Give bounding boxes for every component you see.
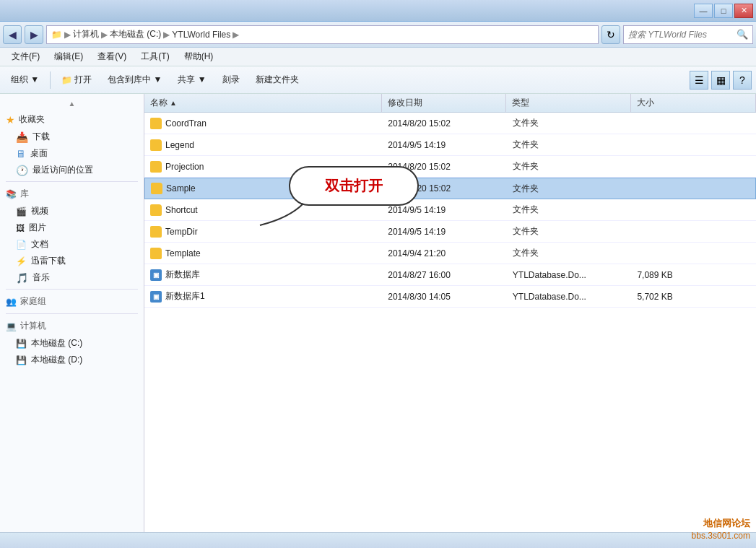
file-name-cell: Shortcut xyxy=(144,204,382,216)
window-controls: — □ ✕ xyxy=(694,4,753,18)
view-change-button[interactable]: ☰ xyxy=(690,71,708,90)
open-button[interactable]: 📁 打开 xyxy=(55,71,98,89)
sidebar-item-pictures[interactable]: 🖼 图片 xyxy=(0,219,144,236)
file-type-cell: 文件夹 xyxy=(507,204,632,216)
table-row[interactable]: Projection 2014/8/20 15:02 文件夹 xyxy=(144,156,756,178)
library-label: 库 xyxy=(20,188,29,200)
table-row[interactable]: TempDir 2014/9/5 14:19 文件夹 xyxy=(144,221,756,243)
sidebar-divider-1 xyxy=(6,181,138,182)
help-button[interactable]: ? xyxy=(733,71,752,90)
file-name-cell: CoordTran xyxy=(144,118,382,129)
file-date: 2014/8/20 15:02 xyxy=(388,183,451,193)
minimize-button[interactable]: — xyxy=(694,4,713,18)
table-row[interactable]: Template 2014/9/4 21:20 文件夹 xyxy=(144,243,756,264)
sidebar-item-music-label: 音乐 xyxy=(32,271,50,284)
view-toggle-button[interactable]: ▦ xyxy=(711,71,730,90)
favorites-header[interactable]: ★ 收藏夹 xyxy=(0,110,144,129)
file-date-cell: 2014/9/5 14:19 xyxy=(382,205,507,215)
file-date-cell: 2014/9/5 14:19 xyxy=(382,140,507,150)
toolbar-separator-1 xyxy=(50,71,51,89)
folder-icon xyxy=(150,204,162,216)
sidebar-item-desktop[interactable]: 🖥 桌面 xyxy=(0,145,144,162)
file-type-cell: 文件夹 xyxy=(507,225,632,238)
search-input[interactable] xyxy=(628,30,737,40)
file-type-cell: 文件夹 xyxy=(507,183,631,195)
file-size-cell: 5,702 KB xyxy=(631,292,756,302)
column-header-date[interactable]: 修改日期 xyxy=(382,94,507,112)
star-icon: ★ xyxy=(6,114,15,126)
file-list: 名称 ▲ 修改日期 类型 大小 CoordTran 2014/8/20 15:0… xyxy=(144,94,756,548)
menu-view[interactable]: 查看(V) xyxy=(92,49,132,64)
new-folder-button[interactable]: 新建文件夹 xyxy=(249,71,305,89)
file-type: 文件夹 xyxy=(513,160,539,173)
menu-tools[interactable]: 工具(T) xyxy=(135,49,175,64)
menu-file[interactable]: 文件(F) xyxy=(6,49,45,64)
file-type: 文件夹 xyxy=(513,204,539,216)
file-type-cell: YTLDatabase.Do... xyxy=(507,270,632,280)
forward-button[interactable]: ▶ xyxy=(25,25,43,44)
table-row[interactable]: Sample 2014/8/20 15:02 文件夹 xyxy=(144,178,756,199)
file-size: 5,702 KB xyxy=(637,292,672,302)
file-date-cell: 2014/8/20 15:02 xyxy=(382,183,506,193)
new-folder-label: 新建文件夹 xyxy=(256,74,299,86)
sidebar-item-recent[interactable]: 🕐 最近访问的位置 xyxy=(0,162,144,178)
computer-label: 计算机 xyxy=(20,320,46,332)
search-bar[interactable]: 🔍 xyxy=(623,25,753,44)
file-rows-container: CoordTran 2014/8/20 15:02 文件夹 Legend 201… xyxy=(144,113,756,308)
column-header-name[interactable]: 名称 ▲ xyxy=(144,94,382,112)
include-button[interactable]: 包含到库中 ▼ xyxy=(101,71,168,89)
breadcrumb-computer[interactable]: 计算机 xyxy=(73,28,99,40)
library-header[interactable]: 📚 库 xyxy=(0,185,144,203)
file-name-cell: Template xyxy=(144,248,382,259)
burn-button[interactable]: 刻录 xyxy=(216,71,246,89)
sidebar-item-pictures-label: 图片 xyxy=(29,222,46,234)
sidebar-item-docs[interactable]: 📄 文档 xyxy=(0,236,144,253)
share-button[interactable]: 共享 ▼ xyxy=(171,71,212,89)
homegroup-header[interactable]: 👥 家庭组 xyxy=(0,292,144,310)
sidebar-item-recent-label: 最近访问的位置 xyxy=(32,164,93,176)
sidebar-item-thunder[interactable]: ⚡ 迅雷下载 xyxy=(0,253,144,269)
folder-icon xyxy=(151,183,162,194)
sidebar-item-disk-d-label: 本地磁盘 (D:) xyxy=(31,354,82,366)
maximize-button[interactable]: □ xyxy=(714,4,733,18)
table-row[interactable]: Legend 2014/9/5 14:19 文件夹 xyxy=(144,134,756,156)
organize-button[interactable]: 组织 ▼ xyxy=(4,71,45,89)
computer-section: 💻 计算机 💾 本地磁盘 (C:) 💾 本地磁盘 (D:) xyxy=(0,317,144,368)
close-button[interactable]: ✕ xyxy=(734,4,753,18)
back-button[interactable]: ◀ xyxy=(3,25,22,44)
library-icon: 📚 xyxy=(6,189,17,199)
menu-help[interactable]: 帮助(H) xyxy=(178,49,220,64)
file-list-header: 名称 ▲ 修改日期 类型 大小 xyxy=(144,94,756,113)
burn-label: 刻录 xyxy=(222,74,240,86)
table-row[interactable]: CoordTran 2014/8/20 15:02 文件夹 xyxy=(144,113,756,134)
breadcrumb-disk[interactable]: 本地磁盘 (C:) xyxy=(110,28,161,40)
doc-icon: 📄 xyxy=(16,240,27,250)
column-header-size[interactable]: 大小 xyxy=(631,94,756,112)
table-row[interactable]: ▣ 新数据库1 2014/8/30 14:05 YTLDatabase.Do..… xyxy=(144,286,756,308)
file-type: 文件夹 xyxy=(513,139,539,151)
file-name: 新数据库1 xyxy=(165,290,205,303)
sidebar-item-disk-c-label: 本地磁盘 (C:) xyxy=(31,337,82,349)
watermark-line1: 地信网论坛 xyxy=(692,517,750,530)
title-bar: — □ ✕ xyxy=(0,0,756,22)
include-label: 包含到库中 ▼ xyxy=(108,74,162,86)
refresh-button[interactable]: ↻ xyxy=(601,25,620,44)
menu-edit[interactable]: 编辑(E) xyxy=(48,49,89,64)
file-type: 文件夹 xyxy=(513,225,539,238)
organize-label: 组织 ▼ xyxy=(11,74,39,86)
sidebar-item-download[interactable]: 📥 下载 xyxy=(0,129,144,145)
breadcrumb[interactable]: 📁 ▶ 计算机 ▶ 本地磁盘 (C:) ▶ YTLWorld Files ▶ xyxy=(46,25,599,44)
disk-d-icon: 💾 xyxy=(16,355,27,365)
file-name: TempDir xyxy=(165,227,198,237)
table-row[interactable]: Shortcut 2014/9/5 14:19 文件夹 xyxy=(144,199,756,221)
sidebar-item-music[interactable]: 🎵 音乐 xyxy=(0,269,144,286)
sidebar-item-disk-c[interactable]: 💾 本地磁盘 (C:) xyxy=(0,335,144,352)
file-type: YTLDatabase.Do... xyxy=(513,270,586,280)
sidebar-item-disk-d[interactable]: 💾 本地磁盘 (D:) xyxy=(0,352,144,368)
table-row[interactable]: ▣ 新数据库 2014/8/27 16:00 YTLDatabase.Do...… xyxy=(144,264,756,286)
sidebar-item-video-label: 视频 xyxy=(31,205,48,217)
sidebar-item-video[interactable]: 🎬 视频 xyxy=(0,203,144,219)
column-header-type[interactable]: 类型 xyxy=(506,94,631,112)
computer-header[interactable]: 💻 计算机 xyxy=(0,317,144,335)
breadcrumb-folder[interactable]: YTLWorld Files xyxy=(172,30,230,40)
